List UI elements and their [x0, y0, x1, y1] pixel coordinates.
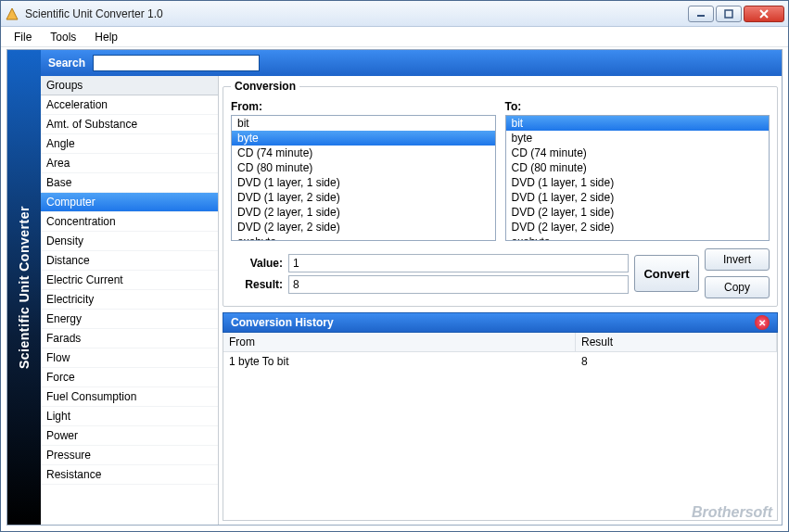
- unit-item[interactable]: bit: [232, 116, 495, 131]
- history-close-icon[interactable]: ✕: [755, 315, 770, 330]
- svg-marker-0: [6, 8, 18, 19]
- history-table: From Result 1 byte To bit8: [223, 333, 778, 521]
- value-input[interactable]: [288, 254, 629, 272]
- unit-item[interactable]: DVD (1 layer, 1 side): [232, 175, 495, 190]
- to-label: To:: [505, 100, 770, 113]
- history-col-result[interactable]: Result: [576, 333, 777, 351]
- minimize-button[interactable]: [688, 6, 714, 22]
- search-bar: Search: [41, 50, 782, 76]
- group-item[interactable]: Computer: [41, 193, 218, 212]
- search-label: Search: [48, 57, 85, 70]
- group-item[interactable]: Concentration: [41, 212, 218, 232]
- unit-item[interactable]: DVD (1 layer, 2 side): [506, 190, 770, 205]
- unit-item[interactable]: DVD (1 layer, 2 side): [232, 190, 495, 205]
- unit-item[interactable]: CD (74 minute): [506, 146, 770, 160]
- menu-file[interactable]: File: [6, 29, 39, 45]
- group-item[interactable]: Amt. of Substance: [41, 115, 218, 134]
- group-item[interactable]: Light: [41, 407, 218, 426]
- copy-button[interactable]: Copy: [705, 276, 770, 298]
- result-output[interactable]: [288, 275, 629, 294]
- titlebar[interactable]: Scientific Unit Converter 1.0: [1, 1, 788, 27]
- history-header: Conversion History ✕: [223, 312, 778, 333]
- unit-item[interactable]: DVD (2 layer, 2 side): [232, 220, 495, 234]
- history-title: Conversion History: [231, 316, 334, 329]
- groups-header: Groups: [41, 76, 218, 95]
- from-label: From:: [231, 100, 496, 113]
- groups-list[interactable]: AccelerationAmt. of SubstanceAngleAreaBa…: [41, 95, 218, 525]
- unit-item[interactable]: byte: [232, 131, 495, 146]
- group-item[interactable]: Power: [41, 426, 218, 446]
- history-cell-result: 8: [576, 352, 777, 371]
- menu-tools[interactable]: Tools: [43, 29, 83, 45]
- result-label: Result:: [231, 278, 283, 291]
- close-button[interactable]: [744, 6, 784, 22]
- client-area: Scientific Unit Converter Search Groups …: [6, 49, 783, 526]
- invert-button[interactable]: Invert: [705, 248, 770, 271]
- search-input[interactable]: [93, 55, 260, 71]
- group-item[interactable]: Pressure: [41, 446, 218, 465]
- groups-panel: Groups AccelerationAmt. of SubstanceAngl…: [41, 76, 219, 525]
- unit-item[interactable]: byte: [506, 131, 770, 146]
- maximize-button[interactable]: [716, 6, 742, 22]
- history-cell-from: 1 byte To bit: [223, 352, 576, 371]
- unit-item[interactable]: bit: [506, 116, 770, 131]
- window-title: Scientific Unit Converter 1.0: [25, 7, 688, 20]
- unit-item[interactable]: CD (74 minute): [232, 146, 495, 160]
- convert-button[interactable]: Convert: [634, 255, 699, 292]
- group-item[interactable]: Flow: [41, 348, 218, 368]
- group-item[interactable]: Acceleration: [41, 95, 218, 115]
- unit-item[interactable]: CD (80 minute): [232, 160, 495, 175]
- to-unit-list[interactable]: bitbyteCD (74 minute)CD (80 minute)DVD (…: [505, 115, 770, 241]
- group-item[interactable]: Force: [41, 368, 218, 387]
- menubar: File Tools Help: [1, 27, 788, 47]
- group-item[interactable]: Distance: [41, 251, 218, 271]
- from-unit-list[interactable]: bitbyteCD (74 minute)CD (80 minute)DVD (…: [231, 115, 496, 241]
- group-item[interactable]: Farads: [41, 329, 218, 348]
- group-item[interactable]: Energy: [41, 310, 218, 329]
- group-item[interactable]: Electricity: [41, 290, 218, 310]
- unit-item[interactable]: DVD (1 layer, 1 side): [506, 175, 770, 190]
- group-item[interactable]: Area: [41, 154, 218, 173]
- svg-rect-2: [725, 10, 732, 18]
- app-window: Scientific Unit Converter 1.0 File Tools…: [0, 0, 789, 532]
- group-item[interactable]: Base: [41, 173, 218, 193]
- conversion-legend: Conversion: [231, 80, 299, 93]
- unit-item[interactable]: DVD (2 layer, 2 side): [506, 220, 770, 234]
- unit-item[interactable]: DVD (2 layer, 1 side): [232, 205, 495, 220]
- sidebar-title-strip: Scientific Unit Converter: [7, 50, 41, 525]
- group-item[interactable]: Electric Current: [41, 271, 218, 290]
- unit-item[interactable]: exabyte: [232, 234, 495, 241]
- app-icon: [5, 6, 19, 21]
- unit-item[interactable]: DVD (2 layer, 1 side): [506, 205, 770, 220]
- group-item[interactable]: Density: [41, 232, 218, 251]
- unit-item[interactable]: exabyte: [506, 234, 770, 241]
- history-row[interactable]: 1 byte To bit8: [223, 352, 777, 371]
- history-col-from[interactable]: From: [223, 333, 576, 351]
- value-label: Value:: [231, 257, 283, 270]
- group-item[interactable]: Resistance: [41, 465, 218, 485]
- menu-help[interactable]: Help: [87, 29, 125, 45]
- group-item[interactable]: Angle: [41, 134, 218, 154]
- unit-item[interactable]: CD (80 minute): [506, 160, 770, 175]
- group-item[interactable]: Fuel Consumption: [41, 387, 218, 407]
- conversion-fieldset: Conversion From: bitbyteCD (74 minute)CD…: [223, 80, 778, 307]
